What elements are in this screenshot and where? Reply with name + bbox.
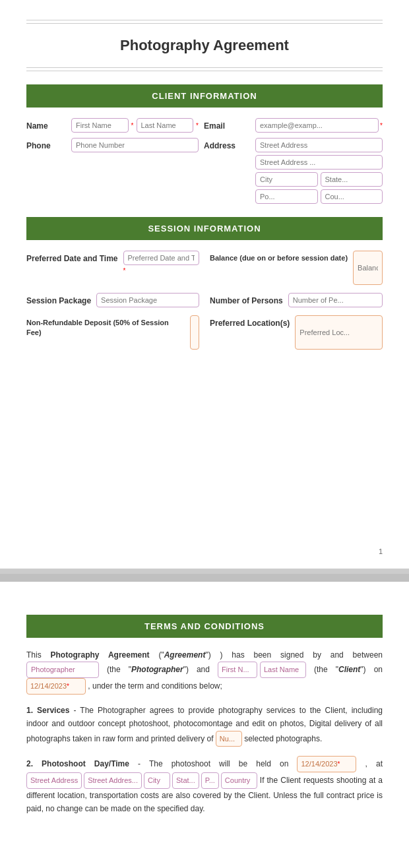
location-input[interactable] [295, 315, 383, 350]
postal-input[interactable] [255, 189, 318, 204]
last-name-input[interactable] [137, 118, 194, 133]
agreement-italic: Agreement [164, 650, 206, 660]
email-field-group: * [255, 118, 383, 133]
shoot-postal[interactable]: P... [201, 772, 219, 789]
deposit-input[interactable] [190, 315, 199, 350]
session-info-header: SESSION INFORMATION [26, 217, 383, 240]
shoot-street2[interactable]: Street Addres... [84, 772, 142, 789]
num-persons-field: Number of Persons [210, 293, 383, 307]
terms-section1: 1. Services - The Photographer agrees to… [26, 704, 383, 747]
agreement-date[interactable]: 12/14/2023* [26, 678, 86, 695]
session-information-section: SESSION INFORMATION Preferred Date and T… [26, 217, 383, 350]
photography-agreement-label: Photography Agreement [51, 650, 150, 660]
session-package-input[interactable] [96, 293, 199, 307]
deposit-label: Non-Refundable Deposit (50% of Session F… [26, 315, 185, 338]
client-name-group: First N... Last Name [218, 662, 306, 678]
page-divider [0, 574, 409, 582]
email-label: Email [204, 118, 250, 131]
email-input[interactable] [255, 118, 379, 133]
name-label: Name [26, 118, 66, 131]
preferred-date-label: Preferred Date and Time [26, 251, 118, 264]
section1-title: 1. Services [26, 706, 69, 715]
shoot-street1[interactable]: Street Address [26, 772, 82, 789]
page-title: Photography Agreement [26, 37, 383, 54]
location-label: Preferred Location(s) [210, 315, 290, 329]
terms-section: TERMS AND CONDITIONS This Photography Ag… [26, 615, 383, 815]
phone-input[interactable] [71, 138, 199, 152]
deposit-field: Non-Refundable Deposit (50% of Session F… [26, 315, 199, 350]
address-fields [255, 138, 383, 204]
client-information-section: CLIENT INFORMATION Name * * Email * [26, 84, 383, 204]
street2-input[interactable] [255, 155, 383, 170]
photoshoot-address-group: Street Address Street Addres... City Sta… [26, 772, 257, 789]
num-persons-input[interactable] [288, 293, 383, 307]
country-input[interactable] [321, 189, 383, 204]
city-input[interactable] [255, 172, 318, 187]
page-number: 1 [379, 547, 383, 555]
balance-input[interactable] [353, 251, 383, 285]
client-last-name[interactable]: Last Name [260, 662, 306, 678]
session-package-field: Session Package [26, 293, 199, 307]
terms-content: This Photography Agreement ("Agreement")… [26, 648, 383, 815]
terms-paragraph-1: This Photography Agreement ("Agreement")… [26, 648, 383, 695]
first-name-input[interactable] [71, 118, 129, 133]
balance-label: Balance (due on or before session date) [210, 251, 348, 263]
state-input[interactable] [321, 172, 383, 187]
client-info-header: CLIENT INFORMATION [26, 84, 383, 108]
preferred-date-field: Preferred Date and Time * [26, 251, 199, 285]
terms-header: TERMS AND CONDITIONS [26, 615, 383, 638]
balance-field: Balance (due on or before session date) [210, 251, 383, 285]
street1-input[interactable] [255, 138, 383, 152]
session-package-label: Session Package [26, 293, 91, 307]
photoshoot-date[interactable]: 12/14/2023* [297, 756, 356, 772]
client-first-name[interactable]: First N... [218, 662, 257, 678]
address-label: Address [204, 138, 250, 150]
terms-section2: 2. Photoshoot Day/Time - The photoshoot … [26, 756, 383, 815]
shoot-state[interactable]: Stat... [172, 772, 199, 789]
photographer-field[interactable]: Photographer [26, 662, 99, 678]
shoot-country[interactable]: Country [221, 772, 257, 789]
section2-title: 2. Photoshoot Day/Time [26, 759, 129, 768]
preferred-date-input[interactable] [123, 251, 200, 265]
name-fields: * * [71, 118, 199, 133]
num-persons-label: Number of Persons [210, 293, 283, 307]
terms-intro: This [26, 650, 42, 660]
phone-label: Phone [26, 138, 66, 150]
phone-field-group [71, 138, 199, 152]
num-photos-field[interactable]: Nu... [216, 731, 242, 747]
shoot-city[interactable]: City [144, 772, 170, 789]
location-field: Preferred Location(s) [210, 315, 383, 350]
